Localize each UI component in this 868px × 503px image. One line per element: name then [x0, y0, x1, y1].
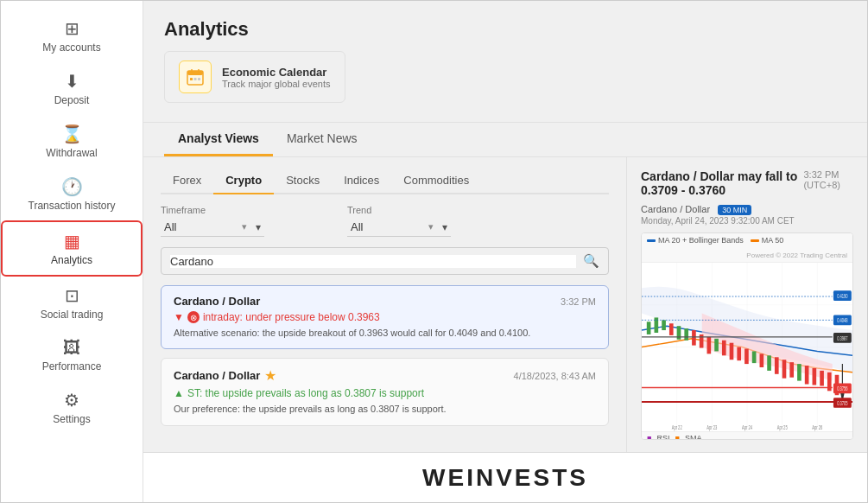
svg-rect-26 [730, 343, 734, 360]
rsi-text: RSI [656, 434, 669, 440]
calendar-subtitle: Track major global events [222, 79, 331, 89]
legend-ma20: MA 20 + Bollinger Bands [647, 236, 744, 245]
svg-text:Apr 25: Apr 25 [777, 424, 788, 430]
left-panel: Forex Crypto Stocks Indices Commodities … [143, 157, 627, 452]
chart-time: 3:32 PM (UTC+8) [803, 169, 853, 190]
sidebar-item-deposit[interactable]: ⬇ Deposit [1, 62, 143, 115]
sub-tab-crypto[interactable]: Crypto [213, 168, 274, 194]
news-card-2-title: Cardano / Dollar [174, 369, 260, 382]
sidebar-item-performance[interactable]: 🖼 Performance [1, 329, 143, 381]
news-card-1-signal: ▼ ⊗ intraday: under pressure below 0.396… [174, 311, 596, 323]
trend-select[interactable]: All ▾ [347, 218, 451, 237]
news-card-2-header: Cardano / Dollar ★ 4/18/2023, 8:43 AM [174, 367, 596, 384]
svg-rect-32 [775, 357, 779, 374]
history-icon: 🕐 [61, 176, 83, 197]
svg-rect-17 [662, 320, 666, 330]
sidebar-item-label: Social trading [41, 309, 104, 321]
svg-rect-30 [760, 353, 764, 367]
news-card-2-signal-text: ST: the upside prevails as long as 0.380… [187, 387, 424, 399]
trend-label: Trend [347, 205, 451, 215]
svg-rect-27 [737, 347, 741, 361]
chart-provider: Powered © 2022 Trading Central [746, 252, 847, 259]
tab-analyst-views[interactable]: Analyst Views [164, 123, 273, 156]
news-card-1[interactable]: Cardano / Dollar 3:32 PM ▼ ⊗ intraday: u… [161, 285, 609, 349]
svg-rect-18 [669, 323, 674, 335]
trend-filter: Trend All ▾ [347, 205, 451, 237]
svg-text:0.3987: 0.3987 [837, 335, 847, 341]
sub-tab-commodities[interactable]: Commodities [391, 168, 481, 194]
timeframe-filter: Timeframe All ▾ [161, 205, 264, 237]
svg-rect-34 [789, 362, 794, 378]
signal-badge: ⊗ [187, 311, 200, 323]
svg-text:Apr 24: Apr 24 [742, 424, 752, 430]
svg-rect-31 [767, 355, 771, 371]
timeframe-label: Timeframe [161, 205, 264, 215]
calendar-icon [179, 60, 212, 93]
settings-icon: ⚙ [64, 390, 79, 411]
svg-rect-25 [722, 341, 726, 356]
sidebar-item-label: Withdrawal [46, 147, 97, 159]
sidebar-item-label: Performance [42, 360, 102, 372]
page-footer: WEINVESTS [143, 452, 867, 502]
svg-text:Apr 26: Apr 26 [812, 424, 822, 430]
sidebar-item-label: My accounts [42, 41, 100, 54]
legend-label-ma50: MA 50 [762, 236, 784, 245]
filters-row: Timeframe All ▾ Trend All ▾ [161, 205, 609, 237]
main-content: Forex Crypto Stocks Indices Commodities … [143, 157, 867, 452]
legend-dot-ma50 [751, 239, 759, 242]
chart-pair: Cardano / Dollar [641, 204, 710, 214]
chart-header: Cardano / Dollar may fall to 0.3709 - 0.… [641, 169, 853, 197]
trend-chevron: ▾ [428, 221, 434, 232]
svg-text:0.3705: 0.3705 [837, 400, 847, 406]
sidebar-item-label: Settings [53, 413, 90, 425]
sub-tab-stocks[interactable]: Stocks [274, 168, 332, 194]
tab-market-news[interactable]: Market News [273, 123, 371, 156]
social-trading-icon: ⊡ [65, 285, 79, 306]
calendar-text: Economic Calendar Track major global eve… [222, 66, 331, 89]
chart-title-group: Cardano / Dollar may fall to 0.3709 - 0.… [641, 169, 803, 197]
svg-text:Apr 22: Apr 22 [672, 424, 682, 430]
withdrawal-icon: ⌛ [61, 124, 83, 144]
sidebar-item-label: Transaction history [29, 200, 116, 212]
timeframe-select[interactable]: All ▾ [161, 218, 264, 237]
sidebar-item-my-accounts[interactable]: ⊞ My accounts [1, 10, 143, 62]
svg-rect-23 [707, 337, 712, 354]
sub-tabs: Forex Crypto Stocks Indices Commodities [161, 168, 609, 194]
deposit-icon: ⬇ [65, 71, 79, 92]
sidebar-item-withdrawal[interactable]: ⌛ Withdrawal [1, 115, 143, 168]
right-panel: Cardano / Dollar may fall to 0.3709 - 0.… [627, 157, 867, 452]
news-card-1-header: Cardano / Dollar 3:32 PM [174, 295, 596, 308]
up-icon: ▲ [174, 387, 184, 399]
sub-tab-indices[interactable]: Indices [332, 168, 391, 194]
chart-title: Cardano / Dollar may fall to 0.3709 - 0.… [641, 169, 803, 197]
news-card-1-signal-text: intraday: under pressure below 0.3963 [203, 311, 380, 323]
svg-text:0.4048: 0.4048 [837, 317, 847, 323]
sidebar-item-analytics[interactable]: ▦ Analytics [1, 220, 143, 277]
news-card-2-signal: ▲ ST: the upside prevails as long as 0.3… [174, 387, 596, 399]
page-title: Analytics [164, 18, 846, 41]
legend-label-ma20: MA 20 + Bollinger Bands [658, 236, 744, 245]
accounts-icon: ⊞ [65, 18, 79, 39]
search-input[interactable] [170, 255, 576, 268]
economic-calendar-card[interactable]: Economic Calendar Track major global eve… [164, 51, 345, 103]
svg-rect-24 [714, 339, 719, 352]
timeframe-value: All [164, 220, 176, 233]
timeframe-chevron: ▾ [242, 221, 247, 232]
svg-text:0.4190: 0.4190 [837, 293, 847, 299]
sidebar-item-transaction-history[interactable]: 🕐 Transaction history [1, 168, 143, 220]
main-tabs: Analyst Views Market News [143, 123, 867, 157]
chart-svg: 0.4190 0.4048 0.3987 0.3756 0.3705 Apr 2… [642, 263, 852, 431]
sidebar-item-settings[interactable]: ⚙ Settings [1, 381, 143, 434]
chart-subtitle-row: Cardano / Dollar 30 MIN [641, 204, 853, 214]
star-icon: ★ [264, 367, 276, 384]
trend-value: All [351, 220, 363, 233]
sidebar-item-label: Analytics [51, 254, 92, 266]
news-card-2[interactable]: Cardano / Dollar ★ 4/18/2023, 8:43 AM ▲ … [161, 358, 609, 425]
sma-label: ■ [675, 434, 679, 440]
sub-tab-forex[interactable]: Forex [161, 168, 213, 194]
watermark-text: WEINVESTS [422, 464, 588, 492]
sidebar-item-social-trading[interactable]: ⊡ Social trading [1, 277, 143, 329]
legend-ma50: MA 50 [751, 236, 784, 245]
svg-rect-1 [187, 71, 203, 75]
search-icon: 🔍 [583, 253, 599, 269]
